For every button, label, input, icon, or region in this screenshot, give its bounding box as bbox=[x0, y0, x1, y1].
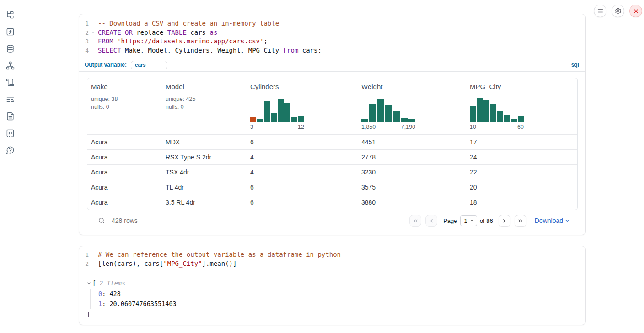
column-header-model[interactable]: Modelunique: 425nulls: 0 bbox=[162, 78, 247, 134]
sidebar-item-snippets[interactable] bbox=[5, 128, 15, 137]
code-content: [len(cars), cars["MPG_City"].mean()] bbox=[93, 259, 236, 269]
histogram-labels: 312 bbox=[250, 124, 304, 130]
table-row[interactable]: AcuraRSX Type S 2dr4277824 bbox=[87, 149, 577, 164]
table-cell: 24 bbox=[466, 150, 577, 164]
histogram-bar bbox=[518, 116, 524, 122]
code-line[interactable]: 2[len(cars), cars["MPG_City"].mean()] bbox=[79, 259, 585, 269]
sql-editor[interactable]: 1-- Download a CSV and create an in-memo… bbox=[79, 14, 585, 58]
table-row[interactable]: AcuraMDX6445117 bbox=[87, 134, 577, 149]
histogram-bar bbox=[377, 99, 384, 122]
gear-icon bbox=[615, 8, 622, 15]
sidebar-item-scratchpad[interactable] bbox=[5, 78, 15, 87]
file-tree-icon bbox=[6, 11, 15, 19]
search-button[interactable] bbox=[95, 217, 105, 224]
fold-chevron-icon[interactable] bbox=[91, 30, 95, 34]
histogram-bar bbox=[477, 98, 483, 122]
previous-page-button[interactable] bbox=[425, 215, 437, 227]
chevron-left-icon bbox=[429, 218, 435, 224]
histogram-max-label: 7,190 bbox=[401, 124, 415, 130]
column-header-cylinders[interactable]: Cylinders312 bbox=[247, 78, 358, 134]
code-token: FROM bbox=[98, 37, 113, 45]
code-line[interactable]: 2CREATE OR replace TABLE cars as bbox=[79, 28, 585, 37]
code-content: # We can reference the output variable a… bbox=[93, 250, 341, 259]
histogram-bar bbox=[408, 119, 415, 122]
last-page-button[interactable] bbox=[515, 215, 526, 227]
sidebar-item-help[interactable] bbox=[5, 145, 15, 154]
output-variable-input[interactable] bbox=[131, 61, 167, 69]
column-header-make[interactable]: Makeunique: 38nulls: 0 bbox=[87, 78, 162, 134]
entry-key: 1 bbox=[98, 300, 102, 307]
column-stats: unique: 425nulls: 0 bbox=[166, 95, 243, 111]
histogram-bar bbox=[511, 119, 517, 122]
sidebar-item-documentation[interactable] bbox=[5, 111, 15, 121]
collapse-output-button[interactable] bbox=[86, 281, 92, 286]
table-row[interactable]: AcuraTSX 4dr4323022 bbox=[87, 164, 577, 180]
table-cell: 6 bbox=[247, 135, 358, 149]
sidebar-item-data-sources[interactable] bbox=[5, 44, 15, 53]
page-select[interactable]: 1 bbox=[460, 215, 477, 226]
entry-key: 0 bbox=[98, 290, 102, 297]
code-square-icon bbox=[6, 129, 15, 137]
sidebar-item-file-explorer[interactable] bbox=[5, 10, 15, 19]
code-line[interactable]: 1# We can reference the output variable … bbox=[79, 250, 585, 259]
code-content: -- Download a CSV and create an in-memor… bbox=[93, 19, 279, 28]
table-cell: Acura bbox=[87, 180, 162, 195]
sidebar-item-logs[interactable] bbox=[5, 95, 15, 104]
table-cell: 3575 bbox=[358, 180, 466, 195]
menu-button[interactable] bbox=[594, 5, 606, 17]
chevron-down-icon bbox=[564, 218, 570, 223]
table-cell: 20 bbox=[466, 180, 577, 195]
line-number: 3 bbox=[79, 37, 93, 46]
output-entry: 0: 428 bbox=[98, 289, 578, 299]
table-cell: 4 bbox=[247, 150, 358, 164]
histogram-bar bbox=[490, 104, 496, 122]
column-histogram: 1060 bbox=[470, 97, 574, 130]
code-token: CREATE bbox=[98, 29, 121, 36]
table-cell: 3.5 RL 4dr bbox=[162, 195, 247, 210]
table-row[interactable]: AcuraTL 4dr6357520 bbox=[87, 180, 577, 195]
code-content: FROM 'https://datasets.marimo.app/cars.c… bbox=[93, 37, 268, 46]
shutdown-button[interactable] bbox=[629, 5, 642, 17]
search-icon bbox=[98, 217, 105, 224]
page-label: Page bbox=[443, 217, 457, 224]
output-entries: 0: 4281: 20.060747663551403 bbox=[90, 289, 578, 309]
sidebar-item-variables[interactable] bbox=[5, 27, 15, 36]
column-header-weight[interactable]: Weight1,8507,190 bbox=[358, 78, 466, 134]
line-number: 2 bbox=[79, 259, 93, 269]
histogram-labels: 1,8507,190 bbox=[361, 124, 415, 130]
histogram-bar bbox=[271, 113, 277, 122]
table-cell: TL 4dr bbox=[162, 180, 247, 195]
table-row[interactable]: Acura3.5 RL 4dr6388018 bbox=[87, 195, 577, 210]
table-footer: 428 rows Page 1 of 86 bbox=[95, 211, 570, 230]
line-number-text: 4 bbox=[85, 47, 89, 54]
code-line[interactable]: 4SELECT Make, Model, Cylinders, Weight, … bbox=[79, 46, 585, 55]
column-header-mpg_city[interactable]: MPG_City1060 bbox=[466, 78, 577, 134]
first-page-button[interactable] bbox=[409, 215, 421, 227]
settings-button[interactable] bbox=[612, 5, 624, 17]
code-line[interactable]: 3FROM 'https://datasets.marimo.app/cars.… bbox=[79, 37, 585, 46]
histogram-bar bbox=[257, 119, 263, 122]
download-button[interactable]: Download bbox=[535, 217, 570, 224]
table-cell: 4 bbox=[247, 165, 358, 180]
help-bubble-icon bbox=[6, 146, 15, 154]
table-cell: 4451 bbox=[358, 135, 466, 149]
histogram-bars bbox=[470, 97, 524, 122]
code-line[interactable]: 1-- Download a CSV and create an in-memo… bbox=[79, 19, 585, 28]
network-icon bbox=[6, 61, 15, 70]
stat-line: nulls: 0 bbox=[91, 103, 158, 111]
code-token: Make, Model, Cylinders, Weight, MPG_City bbox=[121, 47, 283, 54]
table-cell: RSX Type S 2dr bbox=[162, 150, 247, 164]
line-number: 2 bbox=[79, 28, 93, 37]
next-page-button[interactable] bbox=[499, 215, 510, 227]
histogram-bar bbox=[291, 117, 297, 122]
entry-value: 20.060747663551403 bbox=[109, 300, 176, 307]
table-cell: 6 bbox=[247, 195, 358, 210]
download-label: Download bbox=[535, 217, 563, 224]
line-number-text: 1 bbox=[85, 251, 89, 258]
histogram-max-label: 12 bbox=[298, 124, 304, 130]
histogram-bar bbox=[369, 104, 376, 122]
python-editor[interactable]: 1# We can reference the output variable … bbox=[79, 246, 585, 271]
histogram-min-label: 1,850 bbox=[361, 124, 376, 130]
histogram-bar bbox=[278, 99, 284, 122]
sidebar-item-dependency-graph[interactable] bbox=[5, 61, 15, 70]
